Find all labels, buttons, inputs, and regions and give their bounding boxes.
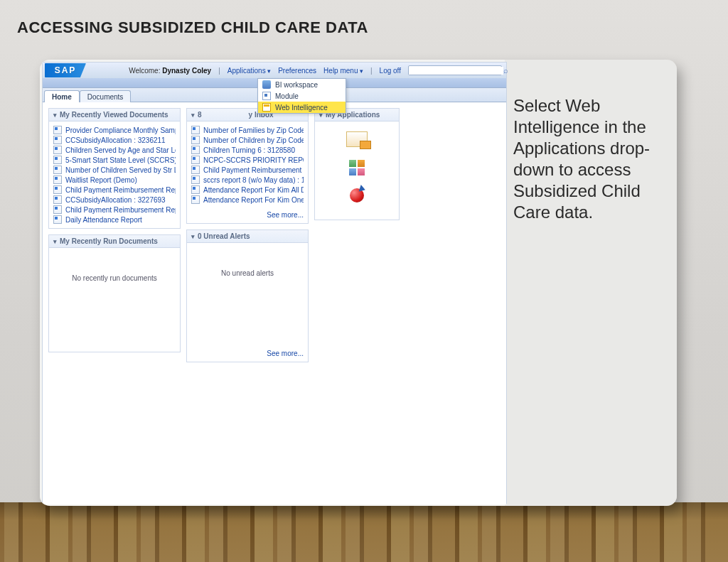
panel-recently-run: ▾ My Recently Run Documents No recently … xyxy=(48,234,181,352)
panel-unread-alerts: ▾ 0 Unread Alerts No unread alerts See m… xyxy=(186,229,309,362)
welcome-text: Welcome: Dynasty Coley xyxy=(129,67,211,75)
dropdown-label: Web Intelligence xyxy=(275,104,328,112)
document-link[interactable]: Attendance Report For Kim All Data... xyxy=(191,185,304,195)
document-link[interactable]: Number of Children by Zip Code : 3... xyxy=(191,135,304,145)
document-title: Waitlist Report (Demo) xyxy=(65,176,137,184)
web-intelligence-app-icon[interactable] xyxy=(350,188,364,202)
document-link[interactable]: Number of Families by Zip Code : 3... xyxy=(191,125,304,135)
panel-inbox: ▾ 8 y Inbox Number of Families by Zip Co… xyxy=(186,108,309,224)
empty-message: No recently run documents xyxy=(53,252,176,325)
dropdown-label: BI workspace xyxy=(275,81,318,89)
document-link[interactable]: CCSubsidyAllocation : 3227693 xyxy=(53,195,176,205)
recently-viewed-list: Provider Compliance Monthly Samp...CCSub… xyxy=(49,121,180,228)
applications-list xyxy=(315,121,399,220)
panel-recently-viewed: ▾ My Recently Viewed Documents Provider … xyxy=(48,108,181,229)
panel-title: My Recently Run Documents xyxy=(60,237,158,245)
see-more-link[interactable]: See more... xyxy=(187,347,308,362)
search-icon[interactable]: ⌕ xyxy=(503,66,508,75)
document-title: Provider Compliance Monthly Samp... xyxy=(65,126,176,134)
document-title: Number of Children by Zip Code : 3... xyxy=(203,136,304,144)
document-title: Child Payment Reimbursement Rep... xyxy=(65,206,176,214)
document-icon xyxy=(53,166,62,174)
document-icon xyxy=(53,126,62,134)
document-icon xyxy=(53,156,62,164)
panel-body: No unread alerts xyxy=(187,243,308,347)
slide-title: ACCESSING SUBSIDIZED CHILD CARE DATA xyxy=(17,18,368,37)
document-icon xyxy=(191,166,200,174)
document-icon xyxy=(53,205,62,214)
document-link[interactable]: Child Payment Reimbursement Rep... xyxy=(191,165,304,175)
document-title: Attendance Report For Kim One Ca... xyxy=(203,196,304,204)
bi-workspace-app-icon[interactable] xyxy=(346,131,368,147)
bi-workspace-icon xyxy=(262,80,271,89)
document-title: Attendance Report For Kim All Data... xyxy=(203,186,304,194)
document-icon xyxy=(53,195,62,204)
document-icon xyxy=(53,215,62,224)
document-link[interactable]: 5-Smart Start State Level (SCCRS) I... xyxy=(53,155,176,165)
panel-header[interactable]: ▾ 0 Unread Alerts xyxy=(187,230,308,243)
chevron-down-icon: ▾ xyxy=(191,112,195,119)
panel-my-applications: ▾ My Applications xyxy=(314,108,400,220)
document-icon xyxy=(191,185,200,194)
document-link[interactable]: Child Payment Reimbursement Rep... xyxy=(53,205,176,215)
tab-documents[interactable]: Documents xyxy=(80,90,132,102)
panel-title: My Recently Viewed Documents xyxy=(60,111,168,119)
document-icon xyxy=(53,136,62,144)
dropdown-item-bi-workspace[interactable]: BI workspace xyxy=(258,79,346,90)
panel-header[interactable]: ▾ My Recently Run Documents xyxy=(49,235,180,248)
panel-title-prefix: 8 xyxy=(198,111,202,119)
sap-portal-window: SAP Welcome: Dynasty Coley | Application… xyxy=(42,62,507,504)
top-bar-right: Welcome: Dynasty Coley | Applications Pr… xyxy=(129,65,506,75)
welcome-prefix: Welcome: xyxy=(129,67,162,75)
document-icon xyxy=(191,126,200,134)
panel-title: 0 Unread Alerts xyxy=(198,232,250,240)
document-title: Children Turning 6 : 3128580 xyxy=(203,146,295,154)
document-link[interactable]: sccrs report 8 (w/o May data) : 193... xyxy=(191,175,304,185)
document-title: Child Payment Reimbursement Rep... xyxy=(65,186,176,194)
panel-header[interactable]: ▾ My Recently Viewed Documents xyxy=(49,109,180,121)
document-link[interactable]: Waitlist Report (Demo) xyxy=(53,175,176,185)
search-box[interactable]: ⌕ xyxy=(408,65,502,75)
document-title: CCSubsidyAllocation : 3227693 xyxy=(65,196,166,204)
chevron-down-icon: ▾ xyxy=(53,112,57,119)
dropdown-item-module[interactable]: Module xyxy=(258,90,346,102)
document-icon xyxy=(53,185,62,194)
chevron-down-icon: ▾ xyxy=(53,238,57,245)
document-icon xyxy=(53,146,62,154)
document-link[interactable]: Children Turning 6 : 3128580 xyxy=(191,145,304,155)
document-link[interactable]: Daily Attendance Report xyxy=(53,215,176,225)
document-link[interactable]: Provider Compliance Monthly Samp... xyxy=(53,125,176,135)
divider: | xyxy=(218,67,220,75)
document-title: Number of Children Served by Str L... xyxy=(65,166,176,174)
instruction-callout: Select Web Intelligence in the Applicati… xyxy=(513,95,663,223)
document-icon xyxy=(191,146,200,154)
dropdown-item-web-intelligence[interactable]: Web Intelligence xyxy=(258,102,346,113)
workspace: ▾ My Recently Viewed Documents Provider … xyxy=(43,102,506,504)
document-title: sccrs report 8 (w/o May data) : 193... xyxy=(203,176,304,184)
help-menu-link[interactable]: Help menu xyxy=(323,67,363,75)
document-link[interactable]: Attendance Report For Kim One Ca... xyxy=(191,195,304,205)
applications-dropdown[interactable]: BI workspace Module Web Intelligence xyxy=(257,78,346,114)
applications-menu-link[interactable]: Applications xyxy=(228,67,271,75)
see-more-link[interactable]: See more... xyxy=(187,208,308,223)
logoff-link[interactable]: Log off xyxy=(380,67,401,75)
chevron-down-icon: ▾ xyxy=(191,233,195,240)
floor-texture xyxy=(0,502,728,562)
web-intelligence-icon xyxy=(262,103,271,112)
document-icon xyxy=(53,175,62,184)
module-icon xyxy=(262,92,271,100)
document-title: Number of Families by Zip Code : 3... xyxy=(203,126,304,134)
document-title: 5-Smart Start State Level (SCCRS) I... xyxy=(65,156,176,164)
document-link[interactable]: Children Served by Age and Star Le... xyxy=(53,145,176,155)
document-icon xyxy=(191,156,200,164)
module-app-icon[interactable] xyxy=(349,160,365,175)
document-link[interactable]: NCPC-SCCRS PRIORITY REPORT 9/... xyxy=(191,155,304,165)
preferences-link[interactable]: Preferences xyxy=(278,67,316,75)
document-link[interactable]: Number of Children Served by Str L... xyxy=(53,165,176,175)
document-link[interactable]: CCSubsidyAllocation : 3236211 xyxy=(53,135,176,145)
search-input[interactable] xyxy=(409,67,503,75)
top-bar: SAP Welcome: Dynasty Coley | Application… xyxy=(43,63,506,78)
document-link[interactable]: Child Payment Reimbursement Rep... xyxy=(53,185,176,195)
tab-home[interactable]: Home xyxy=(44,90,80,102)
inbox-list: Number of Families by Zip Code : 3...Num… xyxy=(187,121,308,208)
